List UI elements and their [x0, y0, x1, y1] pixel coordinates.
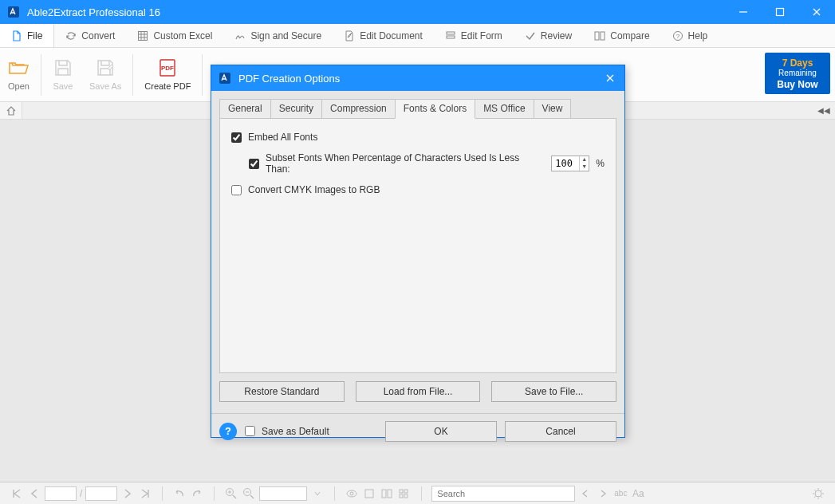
cancel-button[interactable]: Cancel [505, 421, 616, 442]
dialog-icon [218, 71, 232, 85]
convert-cmyk-checkbox[interactable] [231, 185, 242, 195]
embed-all-fonts-checkbox[interactable] [231, 132, 242, 143]
dialog-help-button[interactable]: ? [219, 423, 237, 440]
spin-up-icon[interactable]: ▲ [579, 156, 589, 163]
dialog-footer: ? Save as Default OK Cancel [211, 413, 624, 448]
subset-fonts-checkbox[interactable] [249, 159, 259, 169]
tab-general[interactable]: General [219, 99, 271, 118]
dialog-tabs: General Security Compression Fonts & Col… [219, 99, 616, 118]
tab-compression[interactable]: Compression [321, 99, 396, 118]
dialog-overlay: PDF Creation Options General Security Co… [0, 0, 835, 504]
ok-button[interactable]: OK [385, 421, 497, 442]
svg-rect-41 [219, 73, 230, 84]
restore-standard-button[interactable]: Restore Standard [219, 381, 345, 402]
subset-percent-input[interactable] [552, 158, 579, 169]
tab-ms-office[interactable]: MS Office [475, 99, 534, 118]
save-to-file-button[interactable]: Save to File... [491, 381, 616, 402]
embed-all-fonts-label: Embed All Fonts [248, 132, 317, 143]
save-as-default-label: Save as Default [262, 426, 329, 437]
tab-fonts-colors[interactable]: Fonts & Colors [395, 99, 475, 119]
dialog-titlebar: PDF Creation Options [211, 65, 624, 91]
load-from-file-button[interactable]: Load from File... [356, 381, 481, 402]
subset-fonts-label: Subset Fonts When Percentage of Characte… [266, 152, 545, 175]
save-as-default-checkbox[interactable] [245, 426, 255, 436]
pdf-creation-options-dialog: PDF Creation Options General Security Co… [211, 65, 625, 438]
convert-cmyk-label: Convert CMYK Images to RGB [248, 184, 380, 195]
dialog-title: PDF Creation Options [238, 73, 340, 85]
percent-label: % [596, 158, 605, 169]
tab-view[interactable]: View [534, 99, 572, 118]
spin-down-icon[interactable]: ▼ [579, 163, 589, 171]
dialog-close-button[interactable] [596, 65, 624, 91]
tab-panel-fonts-colors: Embed All Fonts Subset Fonts When Percen… [219, 118, 616, 373]
tab-security[interactable]: Security [270, 99, 322, 118]
subset-percent-spinner[interactable]: ▲ ▼ [551, 156, 589, 171]
